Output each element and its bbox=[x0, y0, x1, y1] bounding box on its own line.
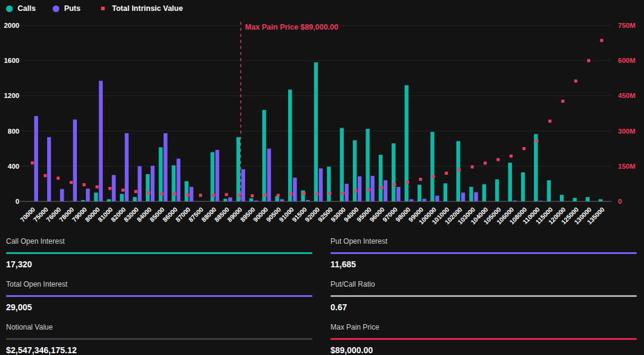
put-bar[interactable] bbox=[177, 158, 180, 201]
call-bar[interactable] bbox=[262, 110, 266, 201]
put-bar[interactable] bbox=[228, 197, 232, 201]
intrinsic-value-dot[interactable] bbox=[212, 194, 215, 197]
call-bar[interactable] bbox=[107, 199, 111, 201]
put-bar[interactable] bbox=[422, 199, 426, 201]
legend-item-puts[interactable]: Puts bbox=[53, 4, 80, 13]
intrinsic-value-dot[interactable] bbox=[329, 192, 332, 195]
put-bar[interactable] bbox=[73, 120, 77, 201]
intrinsic-value-dot[interactable] bbox=[406, 181, 409, 184]
put-bar[interactable] bbox=[267, 149, 271, 201]
put-bar[interactable] bbox=[474, 192, 478, 201]
intrinsic-value-dot[interactable] bbox=[548, 120, 551, 123]
call-bar[interactable] bbox=[301, 191, 304, 201]
put-bar[interactable] bbox=[435, 196, 439, 201]
call-bar[interactable] bbox=[81, 200, 85, 201]
call-bar[interactable] bbox=[275, 196, 279, 201]
put-bar[interactable] bbox=[370, 176, 374, 201]
call-bar[interactable] bbox=[133, 197, 137, 201]
intrinsic-value-dot[interactable] bbox=[315, 192, 318, 195]
put-bar[interactable] bbox=[151, 166, 154, 201]
intrinsic-value-dot[interactable] bbox=[57, 177, 60, 180]
intrinsic-value-dot[interactable] bbox=[393, 183, 396, 186]
call-bar[interactable] bbox=[340, 128, 344, 201]
intrinsic-value-dot[interactable] bbox=[600, 39, 603, 42]
put-bar[interactable] bbox=[461, 192, 465, 201]
put-bar[interactable] bbox=[384, 180, 387, 201]
put-bar[interactable] bbox=[242, 169, 245, 201]
call-bar[interactable] bbox=[599, 199, 602, 201]
put-bar[interactable] bbox=[189, 187, 193, 201]
call-bar[interactable] bbox=[573, 198, 576, 201]
intrinsic-value-dot[interactable] bbox=[536, 139, 539, 142]
intrinsic-value-dot[interactable] bbox=[587, 59, 590, 62]
put-bar[interactable] bbox=[293, 178, 297, 201]
put-bar[interactable] bbox=[345, 184, 349, 201]
intrinsic-value-dot[interactable] bbox=[574, 79, 577, 82]
call-bar[interactable] bbox=[430, 132, 434, 201]
intrinsic-value-dot[interactable] bbox=[238, 194, 241, 197]
put-bar[interactable] bbox=[112, 175, 116, 201]
call-bar[interactable] bbox=[327, 167, 330, 201]
call-bar[interactable] bbox=[223, 199, 227, 201]
put-bar[interactable] bbox=[163, 133, 167, 201]
put-bar[interactable] bbox=[254, 201, 258, 201]
call-bar[interactable] bbox=[120, 194, 123, 201]
call-bar[interactable] bbox=[495, 180, 499, 201]
intrinsic-value-dot[interactable] bbox=[44, 174, 47, 177]
legend-item-calls[interactable]: Calls bbox=[6, 4, 36, 13]
call-bar[interactable] bbox=[534, 134, 537, 201]
intrinsic-value-dot[interactable] bbox=[432, 175, 435, 178]
put-bar[interactable] bbox=[396, 187, 400, 201]
intrinsic-value-dot[interactable] bbox=[96, 185, 99, 188]
intrinsic-value-dot[interactable] bbox=[82, 183, 85, 186]
call-bar[interactable] bbox=[237, 137, 240, 201]
call-bar[interactable] bbox=[288, 90, 292, 201]
put-bar[interactable] bbox=[513, 201, 516, 201]
put-bar[interactable] bbox=[125, 133, 128, 201]
intrinsic-value-dot[interactable] bbox=[134, 190, 137, 193]
intrinsic-value-dot[interactable] bbox=[289, 192, 292, 195]
call-bar[interactable] bbox=[379, 155, 383, 201]
intrinsic-value-dot[interactable] bbox=[147, 191, 150, 194]
call-bar[interactable] bbox=[185, 181, 188, 201]
call-bar[interactable] bbox=[469, 187, 473, 201]
intrinsic-value-dot[interactable] bbox=[122, 189, 125, 192]
intrinsic-value-dot[interactable] bbox=[277, 194, 280, 197]
call-bar[interactable] bbox=[482, 184, 486, 201]
put-bar[interactable] bbox=[138, 166, 142, 201]
call-bar[interactable] bbox=[547, 180, 551, 201]
intrinsic-value-dot[interactable] bbox=[341, 192, 344, 195]
intrinsic-value-dot[interactable] bbox=[108, 187, 111, 190]
call-bar[interactable] bbox=[314, 62, 318, 201]
put-bar[interactable] bbox=[539, 201, 542, 201]
intrinsic-value-dot[interactable] bbox=[186, 194, 189, 197]
intrinsic-value-dot[interactable] bbox=[264, 194, 267, 197]
intrinsic-value-dot[interactable] bbox=[496, 158, 499, 161]
intrinsic-value-dot[interactable] bbox=[160, 192, 163, 195]
intrinsic-value-dot[interactable] bbox=[419, 178, 422, 181]
put-bar[interactable] bbox=[358, 177, 361, 201]
intrinsic-value-dot[interactable] bbox=[225, 193, 228, 196]
put-bar[interactable] bbox=[409, 199, 413, 201]
legend-item-total-intrinsic-value[interactable]: Total Intrinsic Value bbox=[97, 4, 183, 13]
intrinsic-value-dot[interactable] bbox=[31, 161, 34, 164]
intrinsic-value-dot[interactable] bbox=[354, 189, 357, 192]
put-bar[interactable] bbox=[34, 116, 38, 201]
call-bar[interactable] bbox=[586, 197, 590, 201]
intrinsic-value-dot[interactable] bbox=[303, 192, 306, 195]
call-bar[interactable] bbox=[560, 195, 564, 201]
call-bar[interactable] bbox=[521, 172, 525, 201]
call-bar[interactable] bbox=[146, 174, 150, 201]
call-bar[interactable] bbox=[418, 184, 421, 201]
intrinsic-value-dot[interactable] bbox=[445, 172, 448, 175]
call-bar[interactable] bbox=[94, 192, 97, 201]
put-bar[interactable] bbox=[86, 189, 90, 201]
put-bar[interactable] bbox=[280, 199, 284, 201]
put-bar[interactable] bbox=[60, 189, 64, 201]
intrinsic-value-dot[interactable] bbox=[251, 194, 254, 197]
call-bar[interactable] bbox=[392, 143, 395, 201]
intrinsic-value-dot[interactable] bbox=[70, 181, 73, 184]
intrinsic-value-dot[interactable] bbox=[367, 188, 370, 191]
intrinsic-value-dot[interactable] bbox=[199, 194, 202, 197]
intrinsic-value-dot[interactable] bbox=[522, 147, 525, 150]
